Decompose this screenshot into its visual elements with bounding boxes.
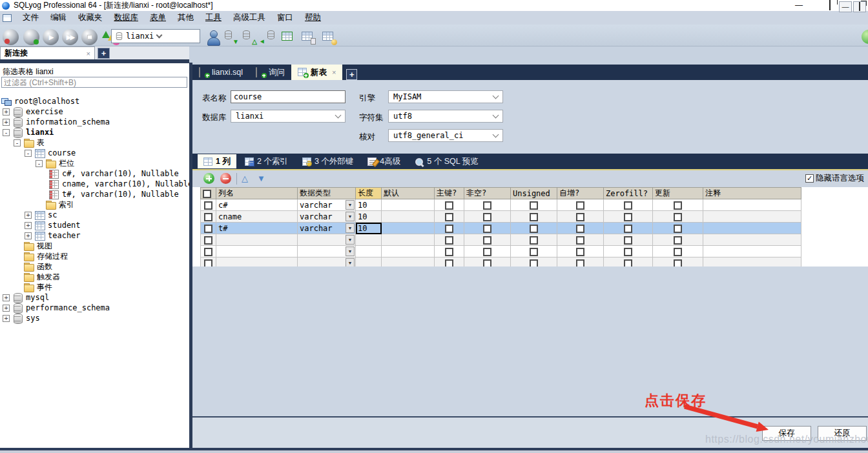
menu-item-others[interactable]: 其他 — [172, 11, 200, 25]
comment-cell[interactable] — [703, 211, 801, 223]
tab-sql-preview[interactable]: 5 个 SQL 预览 — [409, 155, 484, 168]
default-cell[interactable] — [382, 223, 435, 234]
tree-item-exercise[interactable]: +exercise — [0, 106, 189, 117]
zerofill-checkbox[interactable] — [624, 225, 632, 233]
comment-cell[interactable] — [703, 234, 801, 246]
comment-cell[interactable] — [703, 246, 801, 257]
tab-lianxi-sql[interactable]: lianxi.sql — [192, 65, 249, 80]
table-data-icon[interactable] — [301, 30, 316, 45]
dropdown-arrow-icon[interactable]: ▼ — [346, 235, 355, 245]
dropdown-arrow-icon[interactable]: ▼ — [346, 200, 355, 210]
not-null-checkbox[interactable] — [483, 213, 491, 221]
unsigned-checkbox[interactable] — [530, 248, 538, 256]
hide-language-checkbox[interactable]: ✓ — [805, 174, 814, 183]
expand-icon[interactable]: + — [25, 212, 32, 219]
tab-connection[interactable]: 新连接 × — [0, 46, 95, 59]
tree-item-sc[interactable]: +sc — [0, 210, 189, 220]
length-cell[interactable] — [356, 234, 382, 246]
mdi-minimize-button[interactable]: — — [839, 1, 852, 12]
row-select-checkbox[interactable] — [204, 201, 212, 210]
tab-indexes[interactable]: 2 个索引 — [239, 155, 294, 168]
length-cell-focused[interactable]: 10 — [356, 223, 382, 234]
zerofill-checkbox[interactable] — [624, 201, 632, 210]
on-update-checkbox[interactable] — [674, 236, 682, 245]
unsigned-checkbox[interactable] — [530, 225, 538, 233]
new-tab-button[interactable]: + — [346, 69, 357, 80]
row-select-checkbox[interactable] — [204, 213, 212, 221]
expand-icon[interactable]: + — [3, 305, 10, 312]
menu-item-powertools[interactable]: 高级工具 — [227, 11, 271, 25]
tree-item-sys[interactable]: +sys — [0, 313, 189, 323]
table-row-c[interactable]: c# varchar▼ 10 — [201, 199, 801, 211]
not-null-checkbox[interactable] — [483, 248, 491, 256]
collation-select[interactable]: utf8_general_ci — [388, 129, 503, 142]
auto-increment-checkbox[interactable] — [576, 248, 584, 256]
table-row-t-selected[interactable]: t# varchar▼ 10 — [201, 223, 801, 234]
default-cell[interactable] — [382, 211, 435, 223]
schema-designer-icon[interactable] — [322, 30, 337, 45]
menu-item-edit[interactable]: 编辑 — [45, 11, 72, 25]
datatype-cell[interactable]: ▼ — [298, 246, 356, 257]
table-name-input[interactable] — [231, 90, 346, 103]
collapse-icon[interactable]: - — [36, 160, 43, 167]
tree-item-column-c[interactable]: c#, varchar(10), Nullable — [0, 168, 189, 179]
length-cell[interactable] — [356, 246, 382, 257]
database-form-select[interactable]: lianxi — [231, 110, 346, 123]
table-row-empty[interactable]: ▼ — [201, 234, 801, 246]
close-connection-tab-icon[interactable]: × — [87, 50, 90, 57]
tree-item-information-schema[interactable]: +information_schema — [0, 117, 189, 127]
execute-all-icon[interactable]: ▶▶ — [62, 29, 78, 45]
primary-key-checkbox[interactable] — [445, 213, 453, 221]
not-null-checkbox[interactable] — [483, 236, 491, 245]
zerofill-checkbox[interactable] — [624, 213, 632, 221]
menu-item-file[interactable]: 文件 — [17, 11, 45, 25]
menu-item-database[interactable]: 数据库 — [108, 11, 145, 25]
datatype-cell[interactable]: varchar▼ — [298, 199, 356, 211]
table-filter-input[interactable] — [1, 77, 187, 88]
execute-query-icon[interactable]: ▶ — [43, 29, 59, 45]
tree-item-triggers-folder[interactable]: 触发器 — [0, 272, 189, 282]
tree-item-functions-folder[interactable]: 函数 — [0, 261, 189, 272]
comment-cell[interactable] — [703, 223, 801, 234]
tree-item-lianxi[interactable]: -lianxi — [0, 127, 189, 137]
menu-item-window[interactable]: 窗口 — [271, 11, 299, 25]
table-row-cname[interactable]: cname varchar▼ 10 — [201, 211, 801, 223]
restore-button[interactable] — [820, 0, 840, 11]
auto-increment-checkbox[interactable] — [576, 213, 584, 221]
engine-select[interactable]: MyISAM — [388, 90, 503, 103]
on-update-checkbox[interactable] — [674, 225, 682, 233]
datatype-cell[interactable]: ▼ — [298, 234, 356, 246]
collapse-icon[interactable]: - — [25, 150, 32, 157]
new-connection-tab-button[interactable]: + — [98, 48, 110, 59]
stop-query-icon[interactable] — [81, 29, 98, 45]
expand-icon[interactable]: + — [3, 108, 10, 116]
remove-column-button[interactable] — [220, 173, 231, 184]
zerofill-checkbox[interactable] — [624, 236, 632, 245]
default-cell[interactable] — [382, 234, 435, 246]
column-name-cell[interactable] — [216, 246, 298, 257]
mdi-restore-button[interactable] — [853, 1, 866, 12]
menu-item-help[interactable]: 帮助 — [299, 11, 327, 25]
length-cell[interactable]: 10 — [356, 211, 382, 223]
expand-icon[interactable]: + — [25, 232, 32, 239]
column-name-cell[interactable]: c# — [216, 199, 298, 211]
minimize-button[interactable]: — — [789, 0, 809, 11]
menu-item-table[interactable]: 表单 — [144, 11, 172, 25]
menu-item-tools[interactable]: 工具 — [200, 11, 227, 25]
move-down-button[interactable]: ▼ — [257, 174, 265, 183]
primary-key-checkbox[interactable] — [445, 248, 453, 256]
add-column-button[interactable] — [203, 173, 214, 184]
primary-key-checkbox[interactable] — [445, 236, 453, 245]
copy-database-icon[interactable]: ▼ — [260, 30, 275, 45]
column-name-cell[interactable] — [216, 234, 298, 246]
tree-item-views-folder[interactable]: 视图 — [0, 241, 189, 251]
tab-foreign-keys[interactable]: 3 个外部键 — [296, 155, 359, 168]
dropdown-arrow-icon[interactable]: ▼ — [346, 223, 355, 233]
tree-item-performance-schema[interactable]: +performance_schema — [0, 303, 189, 313]
expand-icon[interactable]: + — [3, 294, 10, 301]
database-select[interactable]: lianxi — [111, 29, 200, 43]
unsigned-checkbox[interactable] — [530, 213, 538, 221]
close-tab-icon[interactable]: × — [332, 68, 336, 76]
new-query-icon[interactable] — [23, 29, 39, 45]
tab-columns[interactable]: 1 列 — [198, 154, 236, 168]
